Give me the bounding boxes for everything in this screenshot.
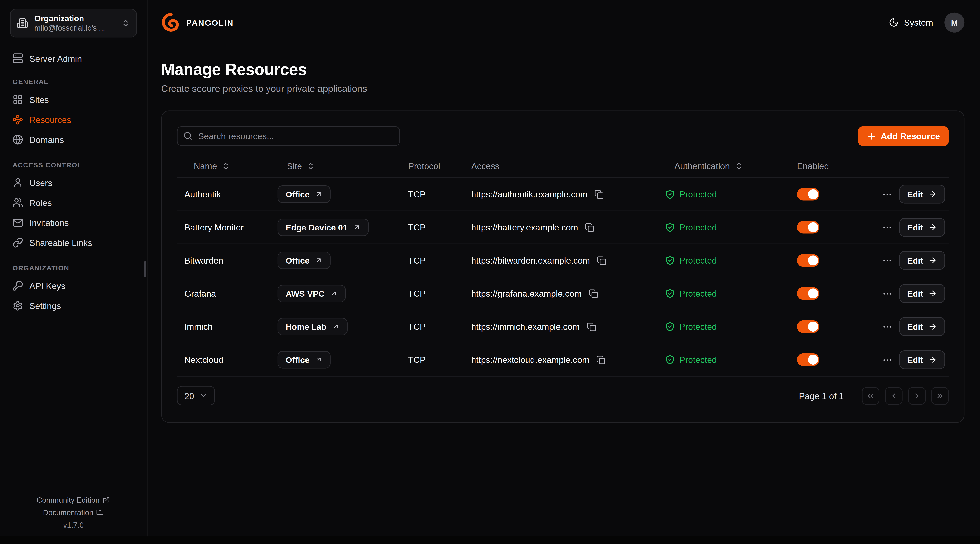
sidebar-item-invitations[interactable]: Invitations [8,213,139,232]
edit-button[interactable]: Edit [899,351,945,369]
previous-page-button[interactable] [885,387,902,404]
resource-site-cell: Office [270,252,401,269]
site-name: Edge Device 01 [286,223,347,232]
resource-enabled-cell [789,221,871,234]
sidebar-item-resources[interactable]: Resources [8,110,139,129]
resource-access-cell: https://battery.example.com [464,222,657,232]
copy-url-button[interactable] [585,223,594,232]
site-link-button[interactable]: Home Lab [278,318,348,335]
copy-url-button[interactable] [587,322,596,331]
enabled-toggle[interactable] [797,287,819,300]
column-header-authentication[interactable]: Authentication [657,161,789,171]
section-label-access-control: ACCESS CONTROL [13,161,134,169]
shield-check-icon [665,189,675,199]
row-menu-button[interactable] [881,288,892,299]
resource-url: https://battery.example.com [471,222,578,232]
resource-auth-cell: Protected [657,355,789,365]
last-page-button[interactable] [931,387,949,404]
arrow-up-right-icon [315,257,323,264]
resource-actions-cell: Edit [871,351,949,369]
chevron-right-icon [913,391,921,400]
table-row: Battery Monitor Edge Device 01 TCP https… [177,211,949,244]
sidebar-item-users[interactable]: Users [8,173,139,192]
sidebar-item-label: Users [29,178,52,188]
resource-protocol-cell: TCP [401,255,464,265]
table-row: Authentik Office TCP https://authentik.e… [177,178,949,211]
row-menu-button[interactable] [881,321,892,332]
enabled-toggle[interactable] [797,254,819,267]
resources-card: Add Resource Name Site Protocol [161,111,964,423]
avatar[interactable]: M [944,13,964,33]
resource-auth-cell: Protected [657,222,789,232]
sidebar-item-roles[interactable]: Roles [8,193,139,213]
auth-status-badge: Protected [665,355,717,365]
sidebar-item-sites[interactable]: Sites [8,90,139,109]
sidebar-item-server-admin[interactable]: Server Admin [8,49,139,68]
copy-url-button[interactable] [596,355,606,365]
edit-button[interactable]: Edit [899,218,945,237]
row-menu-button[interactable] [881,222,892,233]
brand: PANGOLIN [161,13,234,33]
page-head: Manage Resources Create secure proxies t… [161,60,964,94]
table-row: Immich Home Lab TCP https://immich.examp… [177,310,949,344]
add-resource-button[interactable]: Add Resource [858,126,949,146]
resource-actions-cell: Edit [871,284,949,303]
edit-button[interactable]: Edit [899,317,945,336]
edit-button[interactable]: Edit [899,185,945,204]
arrow-right-icon [928,355,937,364]
column-header-site[interactable]: Site [270,161,401,171]
row-menu-button[interactable] [881,354,892,365]
site-link-button[interactable]: Office [278,186,331,203]
sidebar-item-settings[interactable]: Settings [8,296,139,316]
site-link-button[interactable]: Edge Device 01 [278,219,369,236]
theme-toggle-button[interactable]: System [889,17,933,27]
resource-auth-cell: Protected [657,289,789,298]
card-toolbar: Add Resource [177,126,949,146]
community-edition-label: Community Edition [37,496,100,504]
resource-protocol: TCP [408,289,425,298]
copy-url-button[interactable] [595,190,604,199]
site-link-button[interactable]: Office [278,351,331,368]
auth-status-badge: Protected [665,322,717,331]
community-edition-link[interactable]: Community Edition [37,496,110,504]
search-box [177,126,400,146]
row-menu-button[interactable] [881,255,892,266]
enabled-toggle[interactable] [797,188,819,200]
enabled-toggle[interactable] [797,320,819,333]
edit-button[interactable]: Edit [899,284,945,303]
page-size-select[interactable]: 20 [177,386,215,405]
resource-url: https://bitwarden.example.com [471,255,590,265]
site-link-button[interactable]: AWS VPC [278,285,346,302]
site-link-button[interactable]: Office [278,252,331,269]
chevrons-right-icon [936,391,945,400]
edit-label: Edit [907,322,923,331]
sidebar-item-domains[interactable]: Domains [8,130,139,149]
sidebar-scrollbar-thumb[interactable] [145,261,146,277]
first-page-button[interactable] [862,387,879,404]
resource-site-cell: Office [270,351,401,368]
sidebar-item-label: Settings [29,301,61,311]
row-menu-button[interactable] [881,189,892,200]
copy-url-button[interactable] [589,289,598,298]
edit-label: Edit [907,256,923,265]
search-input[interactable] [177,126,400,146]
copy-icon [597,256,606,265]
ellipsis-icon [881,288,892,299]
sidebar-item-shareable-links[interactable]: Shareable Links [8,233,139,252]
page-subtitle: Create secure proxies to your private ap… [161,83,964,94]
enabled-toggle[interactable] [797,221,819,234]
sidebar-item-api-keys[interactable]: API Keys [8,276,139,295]
card-footer: 20 Page 1 of 1 [177,386,949,405]
copy-url-button[interactable] [597,256,606,265]
auth-status-label: Protected [679,355,717,365]
user-icon [13,178,23,188]
edit-button[interactable]: Edit [899,251,945,270]
edit-label: Edit [907,289,923,298]
next-page-button[interactable] [908,387,926,404]
resource-access-cell: https://nextcloud.example.com [464,355,657,365]
shield-check-icon [665,222,675,232]
documentation-link[interactable]: Documentation [43,508,104,517]
org-selector[interactable]: Organization milo@fossorial.io's ... [10,9,137,38]
enabled-toggle[interactable] [797,354,819,366]
column-header-name[interactable]: Name [177,161,270,171]
